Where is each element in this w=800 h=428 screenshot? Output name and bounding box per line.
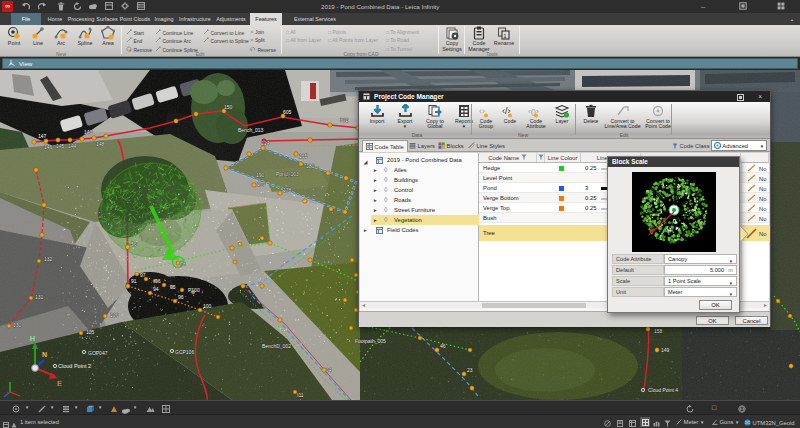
svg-text:96: 96 [155, 278, 161, 284]
svg-text:149: 149 [661, 347, 670, 353]
svg-text:179: 179 [257, 181, 266, 187]
svg-text:P100: P100 [188, 287, 200, 293]
svg-text:H: H [30, 335, 35, 342]
svg-text:190: 190 [256, 172, 265, 178]
svg-text:No: No [759, 176, 766, 182]
svg-text:302: 302 [340, 117, 349, 123]
svg-text:E: E [57, 380, 62, 387]
svg-text:145: 145 [56, 143, 65, 149]
svg-text:96: 96 [178, 294, 184, 300]
svg-text:143: 143 [84, 129, 93, 135]
svg-text:No: No [759, 206, 766, 212]
svg-text:105: 105 [86, 329, 95, 335]
svg-text:No: No [759, 186, 766, 192]
svg-text:23: 23 [467, 367, 473, 373]
svg-text:146: 146 [44, 144, 53, 150]
svg-text:Pond_003: Pond_003 [276, 171, 299, 177]
svg-text:Bench_013: Bench_013 [238, 127, 264, 133]
svg-text:94: 94 [153, 286, 159, 292]
svg-text:No: No [759, 216, 766, 222]
svg-text:Cloud Point 4: Cloud Point 4 [648, 387, 678, 393]
svg-text:605: 605 [283, 109, 292, 115]
svg-text:04: 04 [326, 367, 332, 373]
svg-text:No: No [759, 196, 766, 202]
svg-text:‹›: ‹› [479, 106, 485, 116]
svg-text:97: 97 [140, 272, 146, 278]
svg-text:GCP106: GCP106 [175, 349, 194, 355]
svg-text:91: 91 [131, 278, 137, 284]
svg-text:BenchD_002: BenchD_002 [262, 343, 291, 349]
svg-text:165: 165 [299, 153, 308, 159]
svg-text:178: 178 [283, 187, 292, 193]
svg-text:148: 148 [96, 141, 105, 147]
svg-text:131: 131 [35, 294, 44, 300]
svg-text:46: 46 [440, 343, 446, 349]
svg-text:95: 95 [170, 284, 176, 290]
svg-text:100: 100 [203, 303, 212, 309]
svg-text:Footpath_005: Footpath_005 [355, 338, 386, 344]
svg-text:214: 214 [261, 140, 270, 146]
svg-text:56: 56 [131, 241, 137, 247]
svg-text:130: 130 [13, 322, 22, 328]
svg-text:106: 106 [110, 312, 119, 318]
svg-text:No: No [759, 166, 766, 172]
svg-text:78: 78 [180, 261, 186, 267]
svg-text:150: 150 [224, 104, 233, 110]
svg-text:144: 144 [68, 143, 77, 149]
svg-text:147: 147 [38, 133, 47, 139]
svg-text:No: No [759, 231, 766, 237]
svg-text:158: 158 [654, 328, 663, 334]
svg-text:132: 132 [44, 256, 53, 262]
svg-text:180: 180 [306, 163, 315, 169]
svg-text:N: N [42, 351, 47, 358]
